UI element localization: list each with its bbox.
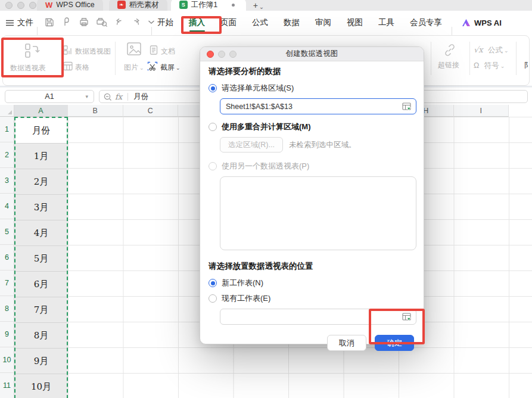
ribbon-tab-6[interactable]: 视图 bbox=[347, 15, 363, 30]
range-picker-icon[interactable] bbox=[402, 102, 412, 111]
clipped-ribbon-button[interactable]: 阝 bbox=[524, 60, 531, 70]
ok-button[interactable]: 确定 bbox=[375, 335, 414, 351]
new-tab-chevron-icon[interactable]: ⌄ bbox=[259, 4, 264, 10]
new-tab-button[interactable]: + bbox=[253, 1, 258, 10]
existing-location-input[interactable] bbox=[220, 309, 416, 325]
divider bbox=[115, 42, 116, 75]
cell-A1[interactable]: 月份 bbox=[15, 118, 67, 144]
hyperlink-icon bbox=[443, 43, 457, 57]
row-header-8[interactable]: 8 bbox=[0, 296, 14, 322]
cell-A2[interactable]: 1月 bbox=[15, 144, 67, 169]
file-menu-label: 文件 bbox=[17, 17, 33, 28]
dialog-body: 请选择要分析的数据 请选择单元格区域(S) Sheet1!$A$1:$A$13 … bbox=[200, 66, 424, 351]
divider bbox=[469, 42, 470, 75]
row-header-11[interactable]: 11 bbox=[0, 373, 14, 398]
column-header-A[interactable]: A bbox=[14, 105, 68, 117]
print-icon[interactable] bbox=[79, 17, 89, 27]
cell-A7[interactable]: 6月 bbox=[15, 272, 67, 297]
undo-icon[interactable] bbox=[114, 17, 125, 27]
tab-wps-office[interactable]: W WPS Office bbox=[37, 0, 103, 11]
minimize-window-icon[interactable] bbox=[17, 2, 24, 9]
formula-button[interactable]: √x 公式⌄ bbox=[474, 45, 509, 55]
ribbon-tab-2[interactable]: 页面 bbox=[220, 15, 237, 30]
tab-workbook1[interactable]: S 工作簿1 bbox=[171, 0, 246, 11]
dialog-footer: 取消 确定 bbox=[209, 335, 415, 351]
cell-A8[interactable]: 7月 bbox=[15, 297, 67, 323]
ribbon-tab-5[interactable]: 审阅 bbox=[315, 15, 331, 30]
cell-A11[interactable]: 10月 bbox=[15, 374, 67, 398]
document-button[interactable]: 文档 bbox=[161, 46, 175, 57]
radio-off-icon[interactable] bbox=[209, 294, 217, 303]
row-header-10[interactable]: 10 bbox=[0, 347, 14, 373]
pivot-chart-button[interactable]: 数据透视图 bbox=[75, 46, 111, 57]
cell-A6[interactable]: 5月 bbox=[15, 246, 67, 272]
dialog-zoom-icon bbox=[229, 51, 237, 58]
ribbon-tab-4[interactable]: 数据 bbox=[284, 15, 300, 30]
range-input[interactable]: Sheet1!$A$1:$A$13 bbox=[220, 98, 416, 114]
cell-A3[interactable]: 2月 bbox=[15, 169, 67, 195]
symbol-button[interactable]: Ω 符号⌄ bbox=[474, 61, 505, 71]
row-header-2[interactable]: 2 bbox=[0, 142, 14, 168]
radio-multi-consolidation[interactable]: 使用多重合并计算区域(M) bbox=[209, 122, 415, 132]
cell-A5[interactable]: 4月 bbox=[15, 220, 67, 246]
range-picker-icon[interactable] bbox=[402, 312, 412, 321]
chevron-down-icon[interactable] bbox=[148, 20, 155, 24]
pivot-table-button[interactable]: 数据透视表 bbox=[10, 63, 46, 73]
ribbon-tab-7[interactable]: 工具 bbox=[378, 15, 394, 30]
column-header-I[interactable]: I bbox=[454, 105, 509, 117]
radio-other-pivot[interactable]: 使用另一个数据透视表(P) bbox=[209, 161, 415, 172]
cell-A4[interactable]: 3月 bbox=[15, 195, 67, 220]
column-header-B[interactable]: B bbox=[68, 105, 123, 117]
chevron-down-icon: ⌄ bbox=[139, 65, 144, 71]
row-header-4[interactable]: 4 bbox=[0, 194, 14, 219]
ribbon-tab-strip: 开始插入页面公式数据审阅视图工具会员专享 bbox=[157, 11, 442, 35]
search-icon[interactable] bbox=[104, 93, 112, 101]
ribbon-tab-0[interactable]: 开始 bbox=[157, 15, 173, 30]
radio-existing-worksheet[interactable]: 现有工作表(E) bbox=[209, 293, 415, 304]
select-region-row: 选定区域(R)... 未检索到选中区域。 bbox=[209, 137, 415, 153]
file-menu[interactable]: 文件 bbox=[6, 17, 33, 28]
dialog-close-icon[interactable] bbox=[207, 51, 214, 58]
zoom-window-icon[interactable] bbox=[29, 2, 36, 9]
ribbon-tab-1[interactable]: 插入 bbox=[189, 15, 205, 30]
row-header-7[interactable]: 7 bbox=[0, 270, 14, 296]
ribbon-tab-3[interactable]: 公式 bbox=[252, 15, 268, 30]
hyperlink-button[interactable]: 超链接 bbox=[438, 60, 459, 70]
export-pdf-icon[interactable] bbox=[61, 17, 72, 27]
radio-new-worksheet[interactable]: 新工作表(N) bbox=[209, 278, 415, 288]
radio-off-icon[interactable] bbox=[209, 123, 217, 131]
row-header-9[interactable]: 9 bbox=[0, 322, 14, 347]
table-button[interactable]: 表格 bbox=[75, 63, 89, 73]
quick-access-toolbar bbox=[44, 17, 155, 27]
cell-A9[interactable]: 8月 bbox=[15, 323, 67, 349]
radio-cell-range[interactable]: 请选择单元格区域(S) bbox=[209, 83, 415, 94]
radio-on-icon[interactable] bbox=[209, 84, 217, 92]
row-header-3[interactable]: 3 bbox=[0, 168, 14, 194]
row-header-6[interactable]: 6 bbox=[0, 245, 14, 270]
tab-label: 工作簿1 bbox=[191, 0, 217, 10]
print-preview-icon[interactable] bbox=[96, 17, 108, 27]
column-header-C[interactable]: C bbox=[123, 105, 179, 117]
dialog-title-bar: 创建数据透视图 bbox=[200, 47, 424, 61]
tab-docer[interactable]: ❧ 稻壳素材 bbox=[109, 0, 167, 11]
wps-ai-button[interactable]: WPS AI bbox=[462, 11, 502, 35]
section-place-title: 请选择放置数据透视表的位置 bbox=[209, 261, 415, 272]
row-header-column: 1234567891011 bbox=[0, 117, 14, 398]
save-icon[interactable] bbox=[44, 17, 55, 27]
cell-A10[interactable]: 9月 bbox=[15, 349, 67, 374]
redo-icon[interactable] bbox=[131, 17, 141, 27]
select-all-corner[interactable] bbox=[0, 105, 14, 117]
picture-button[interactable]: 图片⌄ bbox=[124, 63, 144, 73]
name-box[interactable]: A1 ▾ bbox=[5, 90, 94, 103]
select-region-button[interactable]: 选定区域(R)... bbox=[220, 137, 283, 153]
ribbon-tab-8[interactable]: 会员专享 bbox=[410, 15, 442, 30]
cancel-button[interactable]: 取消 bbox=[327, 335, 366, 351]
row-header-5[interactable]: 5 bbox=[0, 219, 14, 245]
screenshot-button[interactable]: 截屏⌄ bbox=[160, 63, 181, 73]
pivot-table-listbox[interactable] bbox=[220, 176, 416, 250]
close-window-icon[interactable] bbox=[5, 2, 13, 9]
row-header-1[interactable]: 1 bbox=[0, 117, 14, 142]
selected-range-a1-a13[interactable]: 月份1月2月3月4月5月6月7月8月9月10月 bbox=[14, 117, 68, 398]
fx-icon[interactable]: fx bbox=[115, 92, 122, 101]
radio-on-icon[interactable] bbox=[209, 279, 217, 287]
